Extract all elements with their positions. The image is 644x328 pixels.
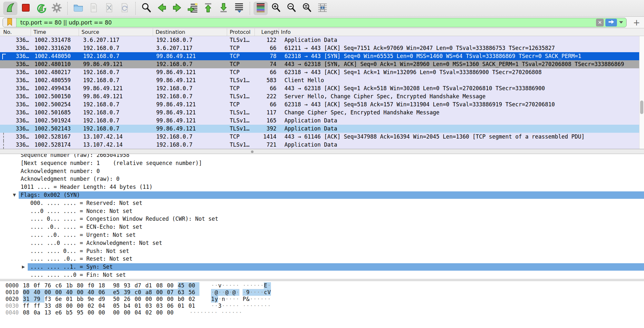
hex-row[interactable]: 0030ffff33d80000020405b4010303060101··3·… (0, 303, 644, 309)
detail-line[interactable]: Acknowledgment number: 0 (0, 167, 644, 175)
find-packet-button[interactable] (139, 2, 153, 15)
resize-columns-button[interactable] (315, 2, 330, 15)
go-forward-button[interactable] (170, 2, 184, 15)
hex-row[interactable]: 00100040000040004006e539c0a800076356·@··… (0, 289, 644, 296)
ascii-char: · (253, 303, 257, 309)
column-header-time[interactable]: Time (31, 28, 79, 36)
packet-row[interactable]: 336…1002.52817413.107.42.14192.168.0.7TL… (0, 141, 644, 149)
save-file-button[interactable] (87, 2, 101, 15)
column-header-no[interactable]: No. (0, 28, 31, 36)
packet-cell-time: 1002.528174 (31, 141, 79, 149)
hex-byte: 18 (98, 282, 113, 289)
restart-capture-button[interactable] (34, 2, 48, 15)
go-to-top-button[interactable] (201, 2, 215, 15)
zoom-reset-button[interactable] (300, 2, 314, 15)
stop-capture-button[interactable] (19, 2, 33, 15)
go-back-button[interactable] (155, 2, 169, 15)
filter-dropdown-caret[interactable] (619, 21, 623, 24)
ascii-char: · (211, 303, 215, 309)
packet-row[interactable]: 336…1002.3314783.6.207.117192.168.0.7TLS… (0, 36, 644, 44)
colorize-button[interactable] (254, 2, 268, 15)
detail-line[interactable]: ...0 .... .... = Nonce: Not set (0, 207, 644, 215)
ascii-char: · (229, 296, 232, 303)
detail-line[interactable]: 000. .... .... = Reserved: Not set (0, 199, 644, 207)
ascii-char: · (257, 282, 260, 289)
packet-cell-protocol: TLSv1… (227, 92, 255, 101)
ascii-char: · (250, 289, 253, 296)
capture-options-button[interactable] (50, 2, 64, 15)
start-capture-button[interactable] (3, 2, 17, 15)
packet-cell-length: 721 (255, 141, 279, 149)
close-file-button[interactable] (102, 2, 116, 15)
display-filter-field[interactable]: tcp.port == 80 || udp.port == 80 ✕ (3, 18, 627, 27)
column-header-destination[interactable]: Destination (153, 28, 227, 36)
hex-row[interactable]: 0040080a13e6b5950000000004020000········… (0, 309, 644, 316)
packet-row[interactable]: 336…1002.48011099.86.49.121192.168.0.7TC… (0, 60, 644, 68)
splitter-handle[interactable] (251, 150, 254, 153)
filter-add-button[interactable]: + (632, 18, 641, 27)
ascii-char: · (260, 289, 264, 296)
auto-scroll-button[interactable] (232, 2, 246, 15)
collapse-triangle-icon[interactable]: ▶ (22, 263, 25, 271)
packet-row[interactable]: 336…1002.52816713.107.42.14192.168.0.7TC… (0, 133, 644, 141)
detail-line[interactable]: [Next sequence number: 1 (relative seque… (0, 159, 644, 167)
detail-line[interactable]: ▼Flags: 0x002 (SYN) (0, 191, 644, 199)
detail-line[interactable]: Acknowledgment number (raw): 0 (0, 175, 644, 183)
search-icon (141, 2, 152, 14)
detail-line[interactable]: ▶.... .... ..1. = Syn: Set (0, 263, 644, 271)
packet-row[interactable]: 336…1002.502143192.168.0.799.86.49.121TL… (0, 125, 644, 133)
filter-apply-button[interactable] (605, 19, 617, 26)
go-to-packet-button[interactable] (186, 2, 200, 15)
hex-row[interactable]: 00203179f36e01bb9ed9502600000000b0021y·n… (0, 296, 644, 303)
detail-line[interactable]: .... .... ...0 = Fin: Not set (0, 271, 644, 279)
packet-list-scrollbar[interactable] (639, 36, 644, 149)
column-header-length[interactable]: Length (255, 28, 279, 36)
zoom-in-button[interactable] (269, 2, 283, 15)
ascii-char: · (246, 282, 250, 289)
hex-row[interactable]: 0000180f76c61b80f0189893d7d108004500··v·… (0, 282, 644, 289)
detail-line[interactable]: .... .0.. .... = ECN-Echo: Not set (0, 223, 644, 231)
filter-clear-button[interactable]: ✕ (596, 19, 604, 26)
go-to-bottom-button[interactable] (216, 2, 231, 15)
packet-row[interactable]: 336…1002.448050192.168.0.799.86.49.121TC… (0, 52, 644, 60)
packet-row[interactable]: 336…1002.480559192.168.0.799.86.49.121TL… (0, 76, 644, 84)
detail-line[interactable]: .... ..0. .... = Urgent: Not set (0, 231, 644, 239)
gear-icon (51, 2, 62, 14)
ascii-char: v (218, 282, 222, 289)
hex-byte: 45 (178, 282, 188, 289)
scrollbar-thumb[interactable] (640, 101, 643, 114)
packet-row[interactable]: 336…1002.500254192.168.0.799.86.49.121TC… (0, 101, 644, 109)
filter-bookmark-button[interactable] (3, 18, 16, 27)
open-file-button[interactable] (71, 2, 85, 15)
hex-byte: 01 (66, 296, 77, 303)
packet-row[interactable]: 336…1002.49943499.86.49.121192.168.0.7TC… (0, 84, 644, 92)
hex-byte: a8 (145, 289, 156, 296)
splitter-list-details[interactable] (0, 149, 644, 154)
zoom-out-button[interactable] (284, 2, 299, 15)
packet-cell-no: 336… (0, 109, 31, 117)
packet-row[interactable]: 336…1002.50015099.86.49.121192.168.0.7TL… (0, 92, 644, 101)
packet-row[interactable]: 336…1002.480217192.168.0.799.86.49.121TC… (0, 68, 644, 76)
packet-row[interactable]: 336…1002.501685192.168.0.799.86.49.121TL… (0, 109, 644, 117)
ascii-char: · (229, 282, 232, 289)
column-header-source[interactable]: Source (79, 28, 153, 36)
ascii-char: · (243, 282, 246, 289)
ascii-char: · (257, 296, 260, 303)
close-file-icon (104, 2, 115, 14)
shark-fin-icon (5, 2, 16, 14)
packet-row[interactable]: 336…1002.331620192.168.0.73.6.207.117TCP… (0, 44, 644, 52)
column-header-info[interactable]: Info (279, 28, 644, 36)
packet-row[interactable]: 336…1002.501924192.168.0.799.86.49.121TL… (0, 117, 644, 125)
detail-line[interactable]: .... ...0 .... = Acknowledgment: Not set (0, 239, 644, 247)
auto-scroll-icon (234, 2, 245, 14)
detail-line[interactable]: .... 0... .... = Congestion Window Reduc… (0, 215, 644, 223)
detail-line[interactable]: Sequence number (raw): 2665041958 (0, 154, 644, 159)
reload-file-button[interactable] (118, 2, 132, 15)
filter-input[interactable]: tcp.port == 80 || udp.port == 80 (16, 19, 596, 26)
detail-line[interactable]: .... .... 0... = Push: Not set (0, 247, 644, 255)
detail-line[interactable]: .... .... .0.. = Reset: Not set (0, 255, 644, 263)
column-header-protocol[interactable]: Protocol (227, 28, 255, 36)
detail-line-text: 000. .... .... = Reserved: Not set (30, 200, 142, 206)
detail-line[interactable]: 1011 .... = Header Length: 44 bytes (11) (0, 183, 644, 191)
expand-triangle-icon[interactable]: ▼ (13, 191, 16, 199)
